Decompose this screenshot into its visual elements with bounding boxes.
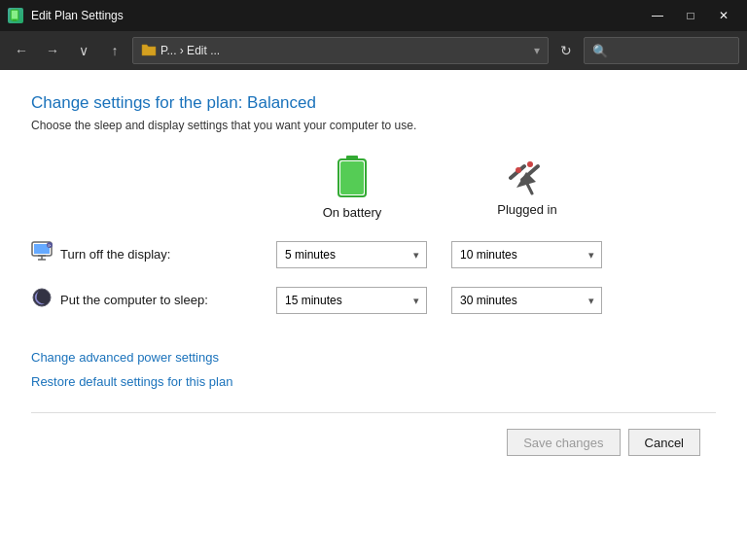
sleep-plugged-select-wrapper[interactable]: 30 minutes 1 minute 2 minutes 3 minutes … <box>451 287 602 314</box>
maximize-button[interactable]: □ <box>675 0 706 31</box>
title-bar-left: Edit Plan Settings <box>8 8 124 23</box>
refresh-button[interactable]: ↻ <box>552 37 580 64</box>
search-icon: 🔍 <box>592 44 608 58</box>
battery-icon <box>337 156 368 201</box>
plugged-column-header: Plugged in <box>440 158 615 228</box>
restore-defaults-link[interactable]: Restore default settings for this plan <box>31 374 716 389</box>
links-section: Change advanced power settings Restore d… <box>31 350 716 389</box>
app-icon <box>8 8 23 23</box>
search-bar[interactable]: 🔍 <box>584 37 739 64</box>
minimize-button[interactable]: — <box>642 0 673 31</box>
display-setting-label: ⟳ Turn off the display: <box>31 231 265 277</box>
sleep-plugged-select-cell: 30 minutes 1 minute 2 minutes 3 minutes … <box>440 279 615 322</box>
address-bar[interactable]: P... › Edit ... ▾ <box>132 37 549 64</box>
display-plugged-select-cell: 10 minutes 1 minute 2 minutes 3 minutes … <box>440 233 615 276</box>
sleep-setting-label: Put the computer to sleep: <box>31 277 265 323</box>
svg-rect-5 <box>340 161 364 194</box>
sleep-plugged-select[interactable]: 30 minutes 1 minute 2 minutes 3 minutes … <box>451 287 602 314</box>
svg-rect-2 <box>13 19 17 21</box>
battery-column-header: On battery <box>265 156 440 231</box>
folder-icon <box>141 42 157 60</box>
address-text: P... › Edit ... <box>160 44 530 57</box>
divider <box>31 412 716 413</box>
sleep-battery-select-cell: 15 minutes 1 minute 2 minutes 3 minutes … <box>265 279 440 322</box>
display-battery-select[interactable]: 5 minutes 1 minute 2 minutes 3 minutes 1… <box>276 241 427 268</box>
display-battery-select-wrapper[interactable]: 5 minutes 1 minute 2 minutes 3 minutes 1… <box>276 241 427 268</box>
cancel-button[interactable]: Cancel <box>628 429 700 456</box>
display-plugged-select[interactable]: 10 minutes 1 minute 2 minutes 3 minutes … <box>451 241 602 268</box>
svg-marker-8 <box>516 172 536 188</box>
recent-button[interactable]: ∨ <box>70 37 97 64</box>
display-label-text: Turn off the display: <box>60 247 170 262</box>
display-plugged-select-wrapper[interactable]: 10 minutes 1 minute 2 minutes 3 minutes … <box>451 241 602 268</box>
advanced-power-settings-link[interactable]: Change advanced power settings <box>31 350 716 365</box>
title-bar: Edit Plan Settings — □ ✕ <box>0 0 747 31</box>
back-button[interactable]: ← <box>8 37 35 64</box>
sleep-battery-select[interactable]: 15 minutes 1 minute 2 minutes 3 minutes … <box>276 287 427 314</box>
save-changes-button[interactable]: Save changes <box>507 429 620 456</box>
window-controls: — □ ✕ <box>642 0 739 31</box>
close-button[interactable]: ✕ <box>708 0 739 31</box>
display-battery-select-cell: 5 minutes 1 minute 2 minutes 3 minutes 1… <box>265 233 440 276</box>
plugged-column-label: Plugged in <box>497 202 556 217</box>
battery-column-label: On battery <box>323 205 382 220</box>
plug-icon <box>509 158 546 198</box>
display-icon: ⟳ <box>31 241 53 267</box>
svg-rect-1 <box>12 11 18 18</box>
window-title: Edit Plan Settings <box>31 9 124 22</box>
svg-point-11 <box>527 161 533 167</box>
nav-bar: ← → ∨ ↑ P... › Edit ... ▾ ↻ 🔍 <box>0 31 747 70</box>
footer: Save changes Cancel <box>31 429 716 456</box>
address-chevron-icon[interactable]: ▾ <box>534 44 540 57</box>
sleep-icon <box>31 287 53 313</box>
sleep-label-text: Put the computer to sleep: <box>60 293 208 307</box>
settings-grid: On battery Plugged in <box>31 156 716 323</box>
page-title: Change settings for the plan: Balanced <box>31 93 716 113</box>
up-button[interactable]: ↑ <box>101 37 128 64</box>
main-content: Change settings for the plan: Balanced C… <box>0 70 747 479</box>
svg-point-10 <box>516 167 521 173</box>
forward-button[interactable]: → <box>39 37 66 64</box>
sleep-battery-select-wrapper[interactable]: 15 minutes 1 minute 2 minutes 3 minutes … <box>276 287 427 314</box>
page-subtitle: Choose the sleep and display settings th… <box>31 119 716 132</box>
